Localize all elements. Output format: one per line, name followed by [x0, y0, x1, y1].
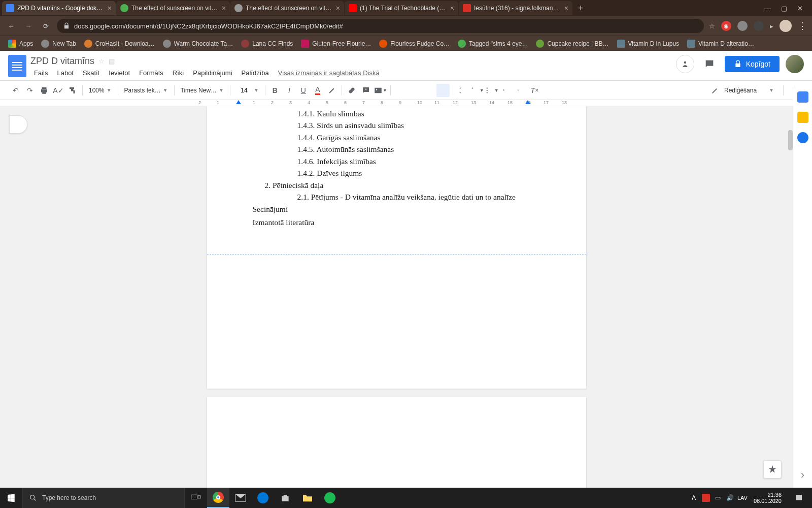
indent-increase-button[interactable]	[514, 84, 527, 97]
document-title[interactable]: ZPD D vitamīns	[30, 56, 94, 67]
menu-format[interactable]: Formāts	[136, 68, 167, 78]
new-tab-button[interactable]: +	[573, 3, 589, 14]
explore-button[interactable]	[763, 460, 782, 479]
cast-icon[interactable]: ▸	[770, 22, 773, 30]
align-center-button[interactable]	[408, 84, 421, 97]
image-button[interactable]: ▼	[374, 84, 387, 97]
taskbar-chrome[interactable]	[207, 488, 229, 508]
close-icon[interactable]: ×	[336, 4, 340, 12]
doc-line[interactable]: Secinājumi	[253, 204, 540, 215]
taskbar-store[interactable]	[274, 488, 296, 508]
menu-help[interactable]: Palīdzība	[238, 68, 273, 78]
bookmark-item[interactable]: Vitamin D in Lupus	[614, 38, 683, 50]
italic-button[interactable]: I	[283, 84, 296, 97]
tray-battery-icon[interactable]: ▭	[714, 494, 722, 502]
star-icon[interactable]: ☆	[98, 57, 105, 65]
font-select[interactable]: Times New…▼	[178, 84, 227, 97]
font-size-select[interactable]: ▼	[233, 84, 262, 97]
tray-clock[interactable]: 21:36 08.01.2020	[751, 492, 785, 504]
indent-marker-left[interactable]	[236, 100, 241, 105]
tray-chevron-up-icon[interactable]: ᐱ	[690, 494, 698, 502]
spell-button[interactable]: A✓	[52, 84, 65, 97]
document-area[interactable]: 1.4.1. Kaulu slimības 1.4.3. Sirds un as…	[0, 106, 793, 488]
star-icon[interactable]: ☆	[709, 22, 715, 30]
menu-tools[interactable]: Rīki	[169, 68, 187, 78]
back-button[interactable]: ←	[5, 20, 17, 32]
zoom-select[interactable]: 100%▼	[86, 84, 115, 97]
comments-button[interactable]	[700, 55, 719, 73]
indent-marker-right[interactable]	[525, 100, 530, 105]
text-color-button[interactable]: A	[311, 84, 324, 97]
bookmark-item[interactable]: Gluten-Free Flourle…	[298, 38, 374, 50]
bookmark-item[interactable]: Lana CC Finds	[238, 38, 296, 50]
doc-line[interactable]: 1.4.5. Autoimūnās saslimšanas	[253, 144, 540, 155]
bold-button[interactable]: B	[268, 84, 282, 97]
taskbar-spotify[interactable]	[319, 488, 341, 508]
doc-line[interactable]: 2.1. Pētījums - D vitamīna analīžu veikš…	[253, 192, 540, 203]
paint-format-button[interactable]	[66, 84, 79, 97]
menu-edit[interactable]: Labot	[53, 68, 77, 78]
calendar-icon[interactable]	[797, 91, 808, 103]
address-bar[interactable]: docs.google.com/document/d/1UjNC2zx8qtXr…	[57, 19, 704, 33]
line-spacing-button[interactable]	[456, 84, 469, 97]
user-avatar[interactable]	[786, 55, 804, 73]
tab-1[interactable]: The effect of sunscreen on vitam… ×	[116, 1, 230, 15]
doc-line[interactable]: 1.4.1. Kaulu slimības	[253, 108, 540, 119]
bookmark-item[interactable]: CroHasIt - Downloa…	[81, 38, 158, 50]
taskbar-explorer[interactable]	[296, 488, 319, 508]
menu-addons[interactable]: Papildinājumi	[189, 68, 235, 78]
tray-volume-icon[interactable]: 🔊	[726, 494, 734, 502]
docs-logo[interactable]	[8, 55, 26, 77]
outline-toggle-button[interactable]	[9, 115, 27, 134]
doc-line[interactable]: 2. Pētnieciskā daļa	[253, 180, 540, 191]
undo-button[interactable]: ↶	[9, 84, 22, 97]
page-1[interactable]: 1.4.1. Kaulu slimības 1.4.3. Sirds un as…	[207, 106, 586, 389]
print-button[interactable]	[38, 84, 51, 97]
minimize-button[interactable]: —	[764, 5, 771, 12]
numbered-list-button[interactable]: 1▼	[470, 84, 484, 97]
highlight-button[interactable]	[325, 84, 339, 97]
forward-button[interactable]: →	[22, 20, 35, 32]
link-button[interactable]	[345, 84, 358, 97]
bookmark-item[interactable]: Vitamin D alteratio…	[684, 38, 757, 50]
clear-formatting-button[interactable]: T✕	[528, 84, 542, 97]
underline-button[interactable]: U	[297, 84, 310, 97]
bookmark-item[interactable]: New Tab	[38, 38, 79, 50]
folder-icon[interactable]: ▤	[109, 57, 115, 65]
bullet-list-button[interactable]: ▼	[485, 84, 499, 97]
bookmark-item[interactable]: Warm Chocolate Ta…	[160, 38, 236, 50]
tab-2[interactable]: The effect of sunscreen on vitam… ×	[230, 1, 344, 15]
doc-line[interactable]: 1.4.6. Infekcijas slimības	[253, 156, 540, 167]
ext-icon-2[interactable]	[737, 21, 748, 31]
comment-button[interactable]	[359, 84, 373, 97]
bookmark-apps[interactable]: Apps	[5, 38, 36, 50]
mode-select[interactable]: Rediģēšana▼	[708, 84, 777, 97]
present-button[interactable]	[676, 55, 694, 73]
indent-decrease-button[interactable]	[500, 84, 513, 97]
font-size-input[interactable]	[236, 87, 252, 94]
align-justify-button[interactable]	[436, 84, 450, 97]
menu-dots-icon[interactable]: ⋮	[798, 20, 807, 31]
ext-icon-3[interactable]	[754, 21, 764, 31]
tray-app-icon[interactable]	[702, 494, 710, 502]
reload-button[interactable]: ⟳	[40, 20, 52, 32]
page-2[interactable]	[207, 397, 586, 488]
doc-line[interactable]: 1.4.4. Garīgās saslimšanas	[253, 132, 540, 143]
close-icon[interactable]: ×	[564, 4, 568, 12]
notification-button[interactable]	[789, 488, 809, 508]
close-icon[interactable]: ×	[108, 4, 112, 12]
bookmark-item[interactable]: Cupcake recipe | BB…	[533, 38, 612, 50]
paragraph-style-select[interactable]: Parasts tek…▼	[121, 84, 171, 97]
menu-insert[interactable]: Ievietot	[105, 68, 133, 78]
doc-line[interactable]: 1.4.2. Dzīves ilgums	[253, 168, 540, 179]
profile-avatar[interactable]	[780, 20, 792, 32]
task-view-button[interactable]	[185, 488, 207, 508]
align-right-button[interactable]	[422, 84, 435, 97]
bookmark-item[interactable]: Tagged "sims 4 eye…	[455, 38, 531, 50]
tab-3[interactable]: (1) The Trial of Technoblade (SM… ×	[345, 1, 458, 15]
ext-icon-1[interactable]: ◉	[721, 21, 731, 31]
maximize-button[interactable]: ▢	[781, 5, 787, 12]
start-button[interactable]	[0, 488, 22, 508]
redo-button[interactable]: ↷	[23, 84, 37, 97]
taskbar-edge[interactable]	[252, 488, 274, 508]
